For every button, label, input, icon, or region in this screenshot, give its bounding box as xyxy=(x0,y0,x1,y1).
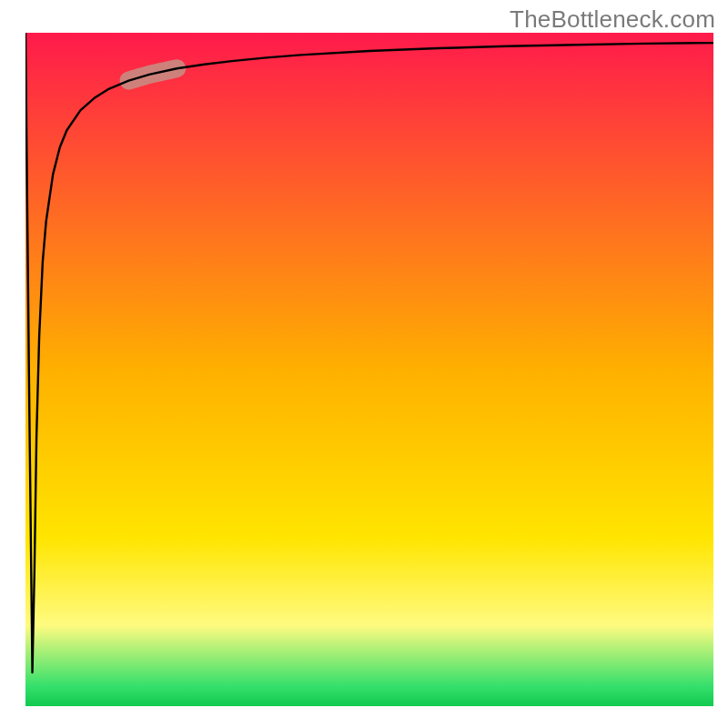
chart-stage: TheBottleneck.com xyxy=(0,0,728,728)
watermark-text: TheBottleneck.com xyxy=(510,5,715,34)
gradient-background xyxy=(25,33,713,706)
chart-svg xyxy=(25,33,713,706)
plot-area xyxy=(25,33,713,706)
